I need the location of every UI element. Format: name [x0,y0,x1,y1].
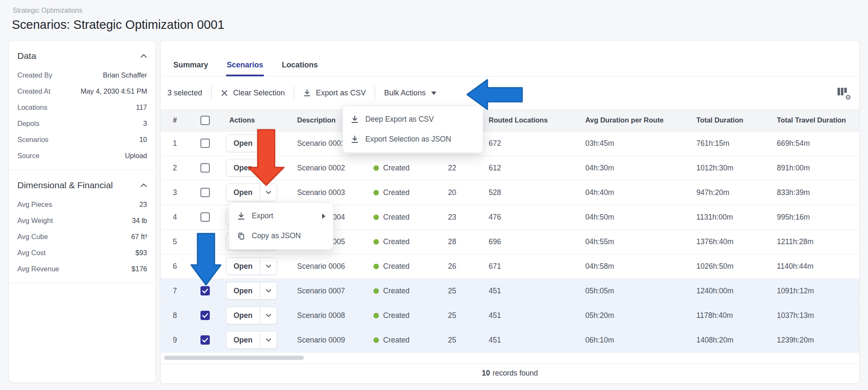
row-select-cell [189,303,221,328]
sidebar-section-title: Dimensional & Financial [17,180,113,190]
horizontal-scrollbar-thumb[interactable] [164,356,304,360]
row-routed-locations: 476 [479,205,577,229]
row-count: 23 [441,205,479,229]
collapse-chevron-icon[interactable] [140,54,147,58]
menu-item[interactable]: Copy as JSON [229,226,333,246]
row-total-travel-duration: 1211h:28m [768,229,860,254]
row-checkbox[interactable] [200,163,210,173]
open-split-button: Open [226,282,277,300]
menu-item-label: Export Selection as JSON [365,135,475,144]
row-checkbox[interactable] [200,311,210,320]
toolbar-divider [375,86,375,100]
row-total-travel-duration: 891h:00m [768,156,860,180]
row-menu-toggle[interactable] [260,258,277,275]
selected-count: 3 selected [167,89,202,98]
stat-label: Scenarios [17,136,48,144]
table-footer: 10 records found [161,363,859,384]
row-checkbox[interactable] [200,335,210,345]
bulk-actions-button[interactable]: Bulk Actions [384,89,437,98]
breadcrumb[interactable]: Strategic Optimizations [13,7,83,14]
stat-label: Avg Pieces [17,201,52,209]
table-row: 3 Open Scenario 0003 Created 20 528 04h:… [161,180,860,205]
open-split-button: Open [226,159,277,177]
stat-label: Created By [17,71,53,79]
chevron-down-icon [266,142,271,145]
open-button[interactable]: Open [226,135,260,152]
clear-selection-button[interactable]: Clear Selection [220,89,285,98]
stat-label: Locations [17,103,47,111]
open-button[interactable]: Open [226,159,260,176]
stat-label: Avg Cube [17,233,48,241]
row-number: 4 [161,205,189,229]
bulk-actions-menu: Deep Export as CSV Export Selection as J… [342,106,483,153]
sidebar-stat-row: Avg Cost $93 [17,245,148,261]
row-description: Scenario 0007 [289,279,365,303]
open-button[interactable]: Open [226,307,260,324]
column-settings-button[interactable]: ⚙ [837,87,850,100]
sidebar-section-header[interactable]: Dimensional & Financial [17,178,148,196]
row-menu-toggle[interactable] [260,307,277,324]
row-routed-locations: 451 [479,303,577,328]
row-actions-cell: Open [221,279,289,303]
row-status-cell: Created [365,254,441,279]
row-menu-toggle[interactable] [260,159,277,176]
export-csv-button[interactable]: Export as CSV [303,89,366,98]
row-checkbox[interactable] [200,237,210,246]
close-icon [220,89,228,97]
row-total-travel-duration: 833h:39m [768,180,860,205]
table-row: 1 Open Scenario 0001 672 03h:45m 761h:15… [161,131,860,156]
status-label: Created [383,164,409,172]
stat-value: 23 [139,201,147,209]
row-status-cell: Created [365,303,441,328]
row-select-cell [189,180,221,205]
row-menu-toggle[interactable] [260,135,277,152]
sidebar-section: Dimensional & Financial Avg Pieces 23 Av… [9,170,156,283]
select-all-checkbox[interactable] [200,116,210,125]
stat-value: $93 [135,249,147,257]
open-button[interactable]: Open [226,258,260,275]
row-routed-locations: 451 [479,328,577,352]
row-menu-toggle[interactable] [260,332,277,348]
row-number: 6 [161,254,189,279]
row-count: 25 [441,279,479,303]
row-select-cell [189,328,221,352]
row-checkbox[interactable] [200,212,210,222]
menu-item[interactable]: Deep Export as CSV [343,109,483,129]
horizontal-scrollbar [161,353,859,363]
open-button[interactable]: Open [226,184,260,201]
sidebar-stat-row: Source Upload [17,148,148,164]
sidebar-stat-row: Avg Weight 34 lb [17,212,148,228]
row-select-cell [189,279,221,303]
row-checkbox[interactable] [200,188,210,197]
status-dot [373,288,379,294]
menu-item[interactable]: Export [229,206,333,226]
row-checkbox[interactable] [200,262,210,271]
row-routed-locations: 672 [479,131,577,156]
row-checkbox[interactable] [200,286,210,295]
menu-item[interactable]: Export Selection as JSON [343,129,483,149]
status-label: Created [383,188,409,197]
row-menu-toggle[interactable] [260,184,277,201]
sidebar-section-header[interactable]: Data [17,49,148,67]
records-count: 10 [482,369,490,378]
row-count: 22 [441,156,479,180]
row-avg-duration: 04h:50m [577,205,687,229]
open-button[interactable]: Open [226,282,260,299]
row-actions-cell: Open [221,254,289,279]
tab-summary[interactable]: Summary [173,61,208,76]
row-menu-toggle[interactable] [260,282,277,299]
row-select-cell [189,254,221,279]
collapse-chevron-icon[interactable] [140,183,147,187]
row-status-cell: Created [365,328,441,352]
tab-locations[interactable]: Locations [282,61,318,76]
open-button[interactable]: Open [226,332,260,348]
row-count: 25 [441,328,479,352]
row-description: Scenario 0002 [289,156,365,180]
row-checkbox[interactable] [200,139,210,148]
row-avg-duration: 04h:30m [577,156,687,180]
row-total-duration: 1240h:00m [687,279,768,303]
tab-bar: SummaryScenariosLocations [161,41,859,77]
tab-scenarios[interactable]: Scenarios [227,61,263,76]
row-status-cell: Created [365,205,441,229]
sidebar-stat-row: Scenarios 10 [17,131,148,148]
